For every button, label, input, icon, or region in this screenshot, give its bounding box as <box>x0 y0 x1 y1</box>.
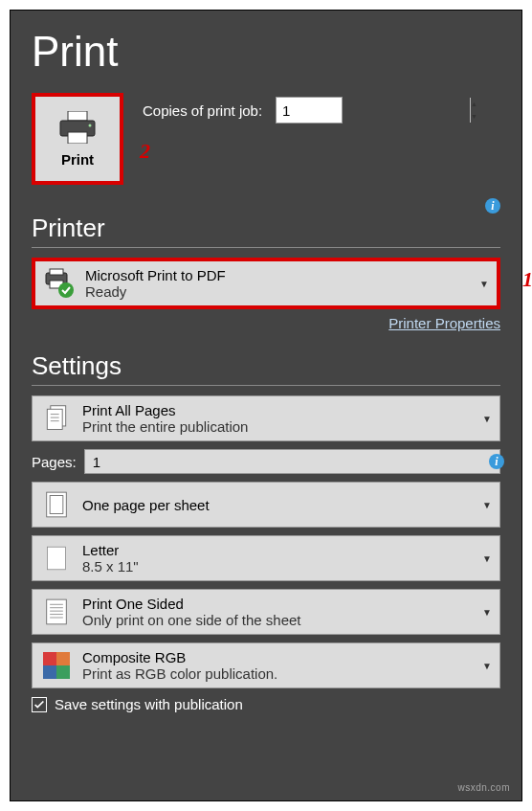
svg-rect-16 <box>47 599 67 624</box>
svg-rect-24 <box>43 665 56 679</box>
save-settings-label: Save settings with publication <box>55 696 243 712</box>
chevron-down-icon: ▼ <box>479 279 489 289</box>
sides-title: Print One Sided <box>82 596 477 612</box>
printer-dropdown[interactable]: Microsoft Print to PDF Ready ▼ <box>32 258 500 309</box>
sides-dropdown[interactable]: Print One Sided Only print on one side o… <box>32 589 500 635</box>
chevron-down-icon: ▼ <box>482 553 492 564</box>
svg-rect-25 <box>56 665 70 679</box>
svg-point-7 <box>58 282 74 298</box>
pages-stack-icon <box>40 402 73 435</box>
printer-dropdown-text: Microsoft Print to PDF Ready <box>85 267 474 300</box>
save-settings-checkbox[interactable] <box>32 697 47 712</box>
printer-icon <box>58 111 97 144</box>
layout-dropdown[interactable]: One page per sheet ▼ <box>32 482 500 528</box>
color-text: Composite RGB Print as RGB color publica… <box>82 649 477 682</box>
watermark: wsxdn.com <box>457 782 510 793</box>
chevron-down-icon: ▼ <box>482 500 492 510</box>
layout-text: One page per sheet <box>82 497 477 513</box>
sides-sub: Only print on one side of the sheet <box>82 612 477 628</box>
copies-input[interactable] <box>277 98 470 123</box>
color-dropdown[interactable]: Composite RGB Print as RGB color publica… <box>32 642 500 688</box>
printer-section-header: Printer i <box>32 214 500 248</box>
svg-rect-14 <box>50 496 63 514</box>
paper-sub: 8.5 x 11" <box>82 558 477 574</box>
svg-rect-2 <box>68 132 87 144</box>
print-range-sub: Print the entire publication <box>82 418 477 435</box>
svg-rect-23 <box>56 652 70 665</box>
copies-row: Copies of print job: ▲ ▼ <box>143 97 343 124</box>
page-layout-icon <box>40 488 73 521</box>
spinner-up-icon[interactable]: ▲ <box>471 98 477 110</box>
print-button-label: Print <box>61 151 94 168</box>
svg-rect-0 <box>68 111 87 121</box>
printer-header-text: Printer <box>32 214 105 242</box>
printer-name: Microsoft Print to PDF <box>85 267 474 283</box>
chevron-down-icon: ▼ <box>482 414 492 424</box>
copies-spinner[interactable]: ▲ ▼ <box>276 97 343 124</box>
pages-row: Pages: i <box>32 449 500 474</box>
color-sub: Print as RGB color publication. <box>82 665 477 682</box>
settings-header-text: Settings <box>32 351 122 380</box>
callout-number-2: 2 <box>140 139 150 164</box>
pages-label: Pages: <box>32 454 77 470</box>
printer-properties-link[interactable]: Printer Properties <box>388 315 500 331</box>
paper-text: Letter 8.5 x 11" <box>82 542 477 574</box>
paper-size-icon <box>40 542 73 574</box>
page-title: Print <box>32 28 500 76</box>
print-range-text: Print All Pages Print the entire publica… <box>82 402 477 435</box>
one-sided-icon <box>40 596 73 628</box>
svg-rect-9 <box>47 409 62 429</box>
top-row: Print 2 Copies of print job: ▲ ▼ <box>32 93 500 185</box>
checkmark-icon <box>33 698 46 711</box>
color-title: Composite RGB <box>82 649 477 665</box>
pages-input[interactable] <box>84 449 500 474</box>
svg-rect-22 <box>43 652 56 665</box>
callout-number-1: 1 <box>522 267 532 292</box>
info-icon[interactable]: i <box>489 454 504 469</box>
print-button-wrap: Print 2 <box>32 93 123 185</box>
rgb-color-icon <box>40 649 73 682</box>
spinner-down-icon[interactable]: ▼ <box>471 110 477 123</box>
layout-title: One page per sheet <box>82 497 477 513</box>
copies-label: Copies of print job: <box>143 102 262 119</box>
print-range-title: Print All Pages <box>82 402 477 418</box>
paper-size-dropdown[interactable]: Letter 8.5 x 11" ▼ <box>32 535 500 581</box>
spinner-arrows: ▲ ▼ <box>470 98 477 123</box>
printer-status: Ready <box>85 283 474 300</box>
svg-rect-5 <box>50 269 63 275</box>
settings-section-header: Settings <box>32 351 500 386</box>
svg-point-3 <box>89 124 92 126</box>
printer-combined-icon <box>43 267 76 300</box>
info-icon[interactable]: i <box>485 198 500 214</box>
printer-properties-row: Printer Properties <box>32 315 500 332</box>
chevron-down-icon: ▼ <box>482 661 492 671</box>
print-button[interactable]: Print <box>32 93 123 185</box>
paper-title: Letter <box>82 542 477 558</box>
svg-rect-15 <box>48 547 66 570</box>
print-range-dropdown[interactable]: Print All Pages Print the entire publica… <box>32 395 500 441</box>
chevron-down-icon: ▼ <box>482 607 492 618</box>
printer-dropdown-wrap: Microsoft Print to PDF Ready ▼ 1 <box>32 258 500 309</box>
print-backstage-panel: Print Print 2 Copies of print job: ▲ ▼ <box>10 10 522 801</box>
sides-text: Print One Sided Only print on one side o… <box>82 596 477 628</box>
save-settings-row: Save settings with publication <box>32 696 500 712</box>
